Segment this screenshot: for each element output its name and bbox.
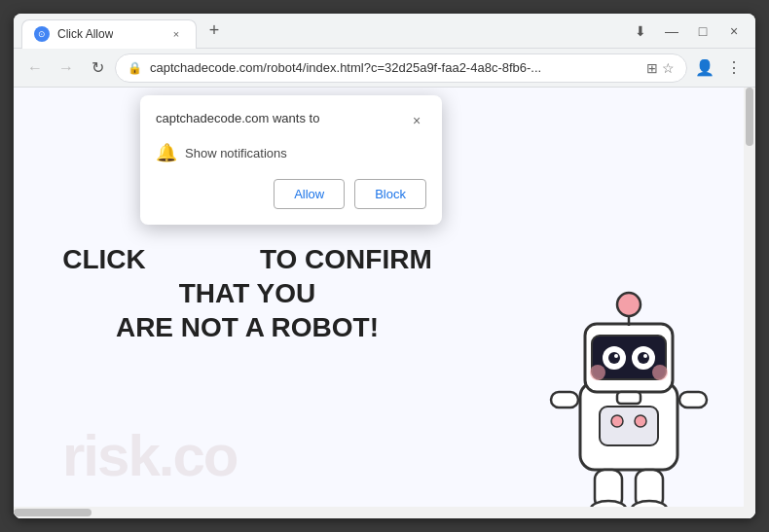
svg-rect-18 [679, 392, 707, 408]
profile-icon[interactable]: 👤 [691, 54, 718, 82]
tab-bar: ⊙ Click Allow × + [21, 14, 627, 48]
svg-rect-14 [600, 407, 658, 445]
popup-title: captchadecode.com wants to [156, 111, 319, 125]
svg-point-8 [638, 352, 649, 364]
translate-icon[interactable]: ⊞ [646, 60, 658, 76]
svg-point-9 [614, 354, 618, 358]
url-bar[interactable]: 🔒 captchadecode.com/robot4/index.html?c=… [115, 53, 687, 83]
notification-label: Show notifications [185, 146, 287, 160]
menu-icon[interactable]: ⋮ [720, 54, 748, 82]
tab-close-button[interactable]: × [168, 26, 184, 42]
page-content: risk.co CLICK ALLOW TO CONFIRM THAT YOUA… [14, 88, 755, 518]
address-bar: ← → ↻ 🔒 captchadecode.com/robot4/index.h… [14, 49, 755, 88]
title-bar: ⊙ Click Allow × + ⬇ — □ × [14, 14, 755, 49]
watermark-text: risk.co [62, 422, 237, 489]
url-icons: ⊞ ☆ [646, 60, 675, 76]
tab-favicon: ⊙ [34, 26, 50, 42]
vertical-scrollbar[interactable] [744, 88, 755, 518]
bell-icon: 🔔 [156, 142, 177, 163]
url-text: captchadecode.com/robot4/index.html?c=32… [150, 60, 639, 75]
scrollbar-thumb-horizontal[interactable] [14, 509, 92, 516]
browser-window: ⊙ Click Allow × + ⬇ — □ × ← → ↻ 🔒 captch… [14, 14, 755, 518]
captcha-message: CLICK ALLOW TO CONFIRM THAT YOUARE NOT A… [62, 242, 432, 344]
toolbar-icons: 👤 ⋮ [691, 54, 748, 82]
lock-icon: 🔒 [128, 61, 142, 75]
download-icon[interactable]: ⬇ [627, 18, 654, 45]
bookmark-icon[interactable]: ☆ [662, 60, 675, 76]
popup-close-button[interactable]: × [407, 111, 426, 130]
robot-illustration [531, 266, 726, 518]
svg-point-16 [635, 415, 646, 427]
svg-point-11 [590, 365, 605, 380]
notification-popup: captchadecode.com wants to × 🔔 Show noti… [140, 95, 442, 225]
scrollbar-thumb-vertical[interactable] [746, 88, 753, 146]
tab-title: Click Allow [57, 27, 113, 41]
svg-point-7 [608, 352, 620, 364]
close-button[interactable]: × [720, 18, 748, 45]
svg-point-10 [643, 354, 647, 358]
refresh-button[interactable]: ↻ [84, 54, 111, 82]
captcha-text-line1: CLICK ALLOW TO CONFIRM THAT YOUARE NOT A… [62, 242, 432, 344]
block-button[interactable]: Block [354, 179, 426, 209]
window-controls: ⬇ — □ × [627, 18, 748, 45]
svg-point-12 [652, 365, 668, 380]
minimize-button[interactable]: — [658, 18, 685, 45]
svg-rect-17 [551, 392, 578, 408]
maximize-button[interactable]: □ [689, 18, 716, 45]
active-tab[interactable]: ⊙ Click Allow × [21, 19, 197, 49]
svg-point-15 [611, 415, 623, 427]
svg-point-2 [617, 293, 641, 316]
page-body: risk.co CLICK ALLOW TO CONFIRM THAT YOUA… [14, 88, 755, 518]
notification-row: 🔔 Show notifications [156, 142, 426, 163]
new-tab-button[interactable]: + [201, 18, 228, 45]
horizontal-scrollbar[interactable] [14, 507, 744, 518]
popup-buttons: Allow Block [156, 179, 426, 209]
svg-rect-13 [617, 392, 641, 404]
back-button[interactable]: ← [21, 54, 49, 82]
forward-button[interactable]: → [53, 54, 80, 82]
popup-header: captchadecode.com wants to × [156, 111, 426, 130]
allow-button[interactable]: Allow [274, 179, 345, 209]
